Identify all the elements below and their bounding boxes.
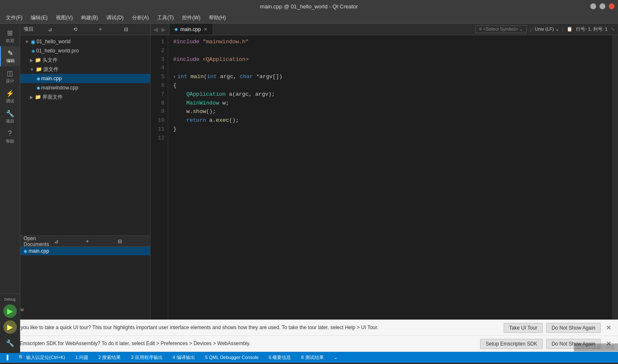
forward-arrow[interactable]: ▶ [160, 26, 167, 33]
menu-item-edit[interactable]: 编辑(E) [27, 13, 51, 22]
tree-item-ui[interactable]: ▶ 📁 界面文件 [20, 92, 150, 102]
tree-arrow-headers: ▶ [30, 58, 33, 63]
mainwindow-cpp-icon: ◈ [37, 85, 40, 91]
doc-icon-main-cpp: ◈ [24, 249, 27, 254]
file-tree: ▼ ◉ 01_hello_world ◈ 01_hello_world.pro … [20, 35, 150, 236]
tree-label-pro: 01_hello_world.pro [36, 48, 79, 54]
separator1: | [530, 27, 531, 32]
sidebar-item-welcome[interactable]: ⊞ 欢迎 [0, 26, 20, 46]
editor-area: ◀ ▶ ◈ main.cpp ✕ # <Select Symbol> ⌄ | U… [151, 24, 618, 319]
notification-row-ui-tour: Would you like to take a quick UI tour? … [0, 320, 618, 336]
menu-item-file[interactable]: 文件(F) [3, 13, 26, 22]
tree-label-sources: 源文件 [43, 66, 58, 73]
line-num-7: 7 [151, 90, 164, 99]
title-text: main.cpp @ 01_hello_world - Qt Creator [260, 3, 358, 10]
do-not-show-again-button-1[interactable]: Do Not Show Again [546, 323, 601, 333]
open-docs-title: Open Documents [24, 236, 51, 247]
search-label: 输入以定位(Ctrl+K) [26, 354, 65, 361]
tree-arrow-project: ▼ [25, 39, 29, 44]
project-toolbar: 项目 ⊿ ⟲ + ⊟ [20, 24, 150, 35]
tree-item-pro[interactable]: ◈ 01_hello_world.pro [20, 46, 150, 55]
maximize-button[interactable] [600, 3, 605, 9]
menu-item-view[interactable]: 视图(V) [53, 13, 76, 22]
close-button[interactable] [609, 3, 615, 9]
collapse-button[interactable]: ⊟ [123, 26, 147, 32]
editor-tab-bar: ◀ ▶ ◈ main.cpp ✕ # <Select Symbol> ⌄ | U… [151, 24, 618, 35]
expand-icon[interactable]: ⤡ [611, 26, 615, 32]
open-docs-collapse[interactable]: ⊟ [116, 238, 147, 244]
status-search-results[interactable]: 2 搜索结果 [97, 354, 122, 361]
line-num-8: 8 [151, 99, 164, 108]
watermark: CSDN @洛计霜霜 [574, 343, 618, 351]
add-button[interactable]: + [98, 26, 121, 32]
sidebar-label-help: 帮助 [6, 139, 14, 144]
line-num-5: 5 [151, 73, 164, 81]
doc-item-main-cpp[interactable]: ◈ main.cpp [20, 247, 150, 255]
build-button[interactable]: 🔧 [3, 336, 17, 350]
output-arrow-icon: ⌄ [334, 355, 338, 360]
status-indicator[interactable]: ▐ [3, 355, 10, 360]
sidebar-item-debug[interactable]: ⚡ 调试 [0, 86, 20, 107]
encoding-selector[interactable]: Unix (LF) ⌄ [535, 26, 559, 32]
back-arrow[interactable]: ◀ [152, 26, 159, 33]
tree-label-mainwindow-cpp: mainwindow.cpp [41, 85, 78, 91]
test-results-label: 8 测试结果 [301, 354, 323, 361]
run-button[interactable]: ▶ [3, 304, 17, 318]
filter-button[interactable]: ⊿ [47, 26, 71, 32]
qml-debug-label: 5 QML Debugger Console [205, 355, 259, 360]
menu-item-debug[interactable]: 调试(D) [103, 13, 127, 22]
app-output-label: 3 应用程序输出 [131, 354, 162, 361]
notification-area: Would you like to take a quick UI tour? … [0, 319, 618, 352]
open-docs-add[interactable]: + [85, 238, 115, 244]
tree-item-mainwindow-cpp[interactable]: ◈ mainwindow.cpp [20, 83, 150, 92]
sidebar-item-edit[interactable]: ✎ 编辑 [0, 46, 20, 66]
sidebar-item-design[interactable]: ◫ 设计 [0, 66, 20, 86]
open-docs-sort[interactable]: ⊿ [53, 238, 83, 244]
separator2: | [563, 27, 564, 32]
status-qml-debug[interactable]: 5 QML Debugger Console [203, 355, 260, 360]
menu-item-tools[interactable]: 工具(T) [154, 13, 177, 22]
headers-folder-icon: 📁 [35, 57, 41, 63]
take-ui-tour-button[interactable]: Take UI Tour [504, 323, 543, 333]
pro-file-icon: ◈ [32, 48, 35, 54]
hash-icon: # [479, 26, 482, 31]
tree-item-headers[interactable]: ▶ 📁 头文件 [20, 55, 150, 65]
sources-folder-icon: 📁 [36, 66, 42, 72]
line-num-10: 10 [151, 116, 164, 125]
doc-label-main-cpp: main.cpp [29, 248, 49, 254]
symbol-selector[interactable]: # <Select Symbol> ⌄ [475, 25, 527, 33]
open-documents-list: ◈ main.cpp [20, 247, 150, 319]
tree-item-project[interactable]: ▼ ◉ 01_hello_world [20, 37, 150, 46]
status-summary[interactable]: 6 概要信息 [267, 354, 293, 361]
tree-item-main-cpp[interactable]: ◈ main.cpp [20, 74, 150, 83]
sync-button[interactable]: ⟲ [72, 26, 96, 32]
menu-item-controls[interactable]: 控件(W) [179, 13, 203, 22]
tree-item-sources[interactable]: ▼ 📁 源文件 [20, 65, 150, 74]
status-search-input[interactable]: 🔍 输入以定位(Ctrl+K) [17, 354, 67, 361]
ui-folder-icon: 📁 [35, 94, 41, 100]
editor-scrollbar[interactable] [612, 35, 618, 319]
sidebar-item-project[interactable]: 🔧 项目 [0, 107, 20, 127]
status-output-arrow[interactable]: ⌄ [332, 355, 339, 360]
line-num-3: 3 [151, 55, 164, 64]
code-area[interactable]: #include "mainwindow.h" #include <QAppli… [168, 35, 612, 319]
status-problems[interactable]: 1 问题 [74, 354, 90, 361]
sidebar-left: ⊞ 欢迎 ✎ 编辑 ◫ 设计 ⚡ 调试 🔧 项目 ? 帮助 [0, 24, 20, 319]
setup-emscripten-button[interactable]: Setup Emscripten SDK [480, 339, 543, 349]
minimize-button[interactable] [590, 3, 596, 9]
status-app-output[interactable]: 3 应用程序输出 [129, 354, 164, 361]
run-debug-button[interactable]: ▶ [3, 320, 17, 334]
menu-item-help[interactable]: 帮助(H) [206, 13, 230, 22]
project-title: 项目 [24, 26, 45, 33]
menu-item-analyze[interactable]: 分析(A) [129, 13, 152, 22]
symbol-placeholder: <Select Symbol> [483, 26, 518, 31]
status-compile-output[interactable]: 4 编译输出 [171, 354, 197, 361]
tab-main-cpp[interactable]: ◈ main.cpp ✕ [169, 24, 213, 35]
menu-item-build[interactable]: 构建(B) [78, 13, 101, 22]
notification-close-1[interactable]: ✕ [604, 324, 613, 332]
line-num-11: 11 [151, 125, 164, 134]
sidebar-item-help[interactable]: ? 帮助 [0, 127, 20, 147]
debug-icon: ⚡ [6, 89, 14, 97]
tab-close-button[interactable]: ✕ [203, 26, 208, 32]
status-test-results[interactable]: 8 测试结果 [299, 354, 325, 361]
